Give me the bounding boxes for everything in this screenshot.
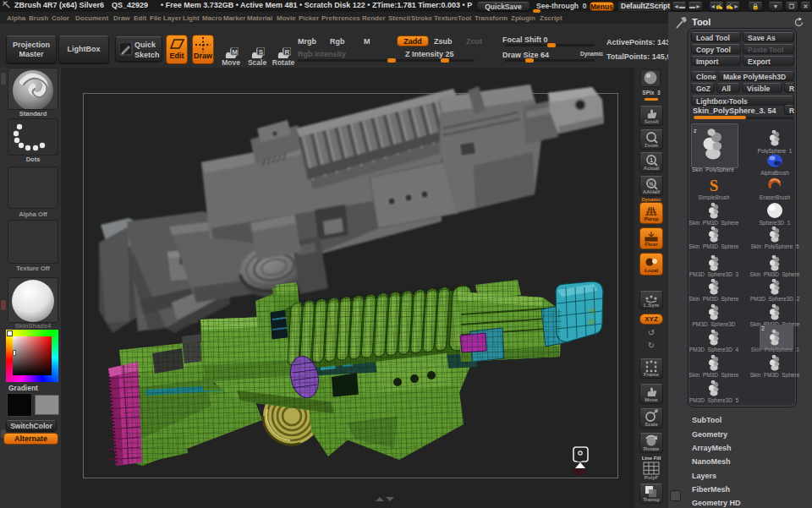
svg-text:S: S <box>258 48 263 56</box>
svg-text:S: S <box>710 177 719 194</box>
svg-text:½: ½ <box>649 181 654 187</box>
svg-text:R: R <box>284 48 289 56</box>
svg-text:1: 1 <box>650 157 653 163</box>
svg-text:M: M <box>232 48 238 56</box>
